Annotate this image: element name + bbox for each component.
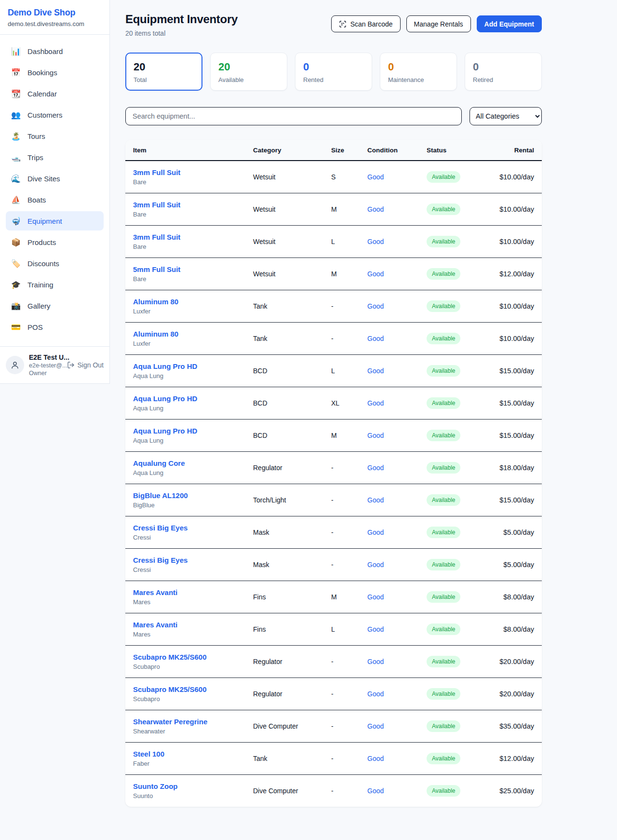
sidebar-item-dashboard[interactable]: 📊 Dashboard	[6, 41, 104, 61]
item-name-link[interactable]: Shearwater Peregrine	[133, 718, 253, 726]
item-name-link[interactable]: Suunto Zoop	[133, 782, 253, 790]
avatar	[6, 356, 24, 374]
size-cell: -	[331, 787, 367, 795]
size-cell: M	[331, 205, 367, 213]
item-cell: Scubapro MK25/S600 Scubapro	[133, 685, 253, 703]
category-cell: Dive Computer	[253, 722, 331, 730]
brand-name[interactable]: Demo Dive Shop	[8, 8, 102, 18]
item-name-link[interactable]: 3mm Full Suit	[133, 201, 253, 209]
search-input[interactable]	[125, 107, 462, 125]
item-brand: Bare	[133, 178, 253, 186]
item-name-link[interactable]: Mares Avanti	[133, 621, 253, 629]
category-cell: BCD	[253, 367, 331, 375]
sidebar-item-gallery[interactable]: 📸 Gallery	[6, 296, 104, 315]
sidebar-item-calendar[interactable]: 📆 Calendar	[6, 84, 104, 103]
sidebar-item-discounts[interactable]: 🏷️ Discounts	[6, 254, 104, 273]
brand-domain: demo.test.divestreams.com	[8, 20, 102, 27]
item-name-link[interactable]: Steel 100	[133, 750, 253, 758]
condition-link[interactable]: Good	[367, 755, 427, 762]
item-name-link[interactable]: 3mm Full Suit	[133, 168, 253, 176]
sidebar-item-label: Products	[27, 238, 56, 246]
brand-block: Demo Dive Shop demo.test.divestreams.com	[0, 0, 109, 34]
sidebar-item-pos[interactable]: 💳 POS	[6, 317, 104, 337]
condition-link[interactable]: Good	[367, 302, 427, 310]
add-equipment-button[interactable]: Add Equipment	[477, 15, 542, 32]
condition-link[interactable]: Good	[367, 496, 427, 504]
size-cell: -	[331, 528, 367, 536]
sidebar-item-trips[interactable]: 🛥️ Trips	[6, 148, 104, 167]
sidebar-item-bookings[interactable]: 📅 Bookings	[6, 63, 104, 82]
condition-link[interactable]: Good	[367, 335, 427, 342]
item-name-link[interactable]: Aqualung Core	[133, 459, 253, 467]
item-name-link[interactable]: 5mm Full Suit	[133, 265, 253, 273]
condition-link[interactable]: Good	[367, 593, 427, 601]
sign-out-button[interactable]: Sign Out	[67, 361, 104, 369]
condition-link[interactable]: Good	[367, 173, 427, 181]
sidebar-item-label: Tours	[27, 132, 45, 140]
wave-icon: 🌊	[11, 174, 21, 183]
condition-link[interactable]: Good	[367, 238, 427, 245]
category-filter-select[interactable]: All Categories	[469, 107, 542, 125]
item-name-link[interactable]: Cressi Big Eyes	[133, 524, 253, 532]
stat-card-total[interactable]: 20 Total	[125, 53, 202, 91]
tear-off-calendar-icon: 📆	[11, 89, 21, 98]
stat-card-retired[interactable]: 0 Retired	[465, 53, 542, 91]
category-cell: Tank	[253, 755, 331, 762]
item-name-link[interactable]: Aqua Lung Pro HD	[133, 362, 253, 370]
condition-link[interactable]: Good	[367, 367, 427, 375]
item-name-link[interactable]: Scubapro MK25/S600	[133, 685, 253, 693]
sidebar-item-products[interactable]: 📦 Products	[6, 232, 104, 252]
sidebar-item-label: Dashboard	[27, 47, 63, 55]
item-brand: Aqua Lung	[133, 437, 253, 444]
sidebar-item-customers[interactable]: 👥 Customers	[6, 105, 104, 124]
sidebar-item-equipment[interactable]: 🤿 Equipment	[6, 211, 104, 230]
item-name-link[interactable]: Aluminum 80	[133, 330, 253, 338]
item-cell: Aqua Lung Pro HD Aqua Lung	[133, 362, 253, 379]
status-cell: Available	[427, 656, 494, 667]
item-name-link[interactable]: Aqua Lung Pro HD	[133, 427, 253, 435]
item-name-link[interactable]: Cressi Big Eyes	[133, 556, 253, 564]
manage-rentals-button[interactable]: Manage Rentals	[406, 15, 471, 32]
item-name-link[interactable]: Mares Avanti	[133, 588, 253, 596]
condition-link[interactable]: Good	[367, 399, 427, 407]
item-name-link[interactable]: Scubapro MK25/S600	[133, 653, 253, 661]
sidebar-item-training[interactable]: 🎓 Training	[6, 275, 104, 294]
status-badge: Available	[427, 171, 460, 183]
item-cell: Scubapro MK25/S600 Scubapro	[133, 653, 253, 670]
diving-mask-icon: 🤿	[11, 217, 21, 226]
stat-label-rented: Rented	[303, 76, 364, 83]
item-name-link[interactable]: Aluminum 80	[133, 298, 253, 306]
graduation-cap-icon: 🎓	[11, 280, 21, 289]
item-brand: Mares	[133, 598, 253, 606]
condition-link[interactable]: Good	[367, 464, 427, 472]
stat-card-available[interactable]: 20 Available	[210, 53, 287, 91]
condition-link[interactable]: Good	[367, 205, 427, 213]
status-cell: Available	[427, 397, 494, 409]
column-header-item: Item	[133, 147, 253, 154]
condition-link[interactable]: Good	[367, 787, 427, 795]
condition-link[interactable]: Good	[367, 690, 427, 698]
rental-cell: $15.00/day	[494, 432, 534, 439]
condition-link[interactable]: Good	[367, 625, 427, 633]
condition-link[interactable]: Good	[367, 432, 427, 439]
item-name-link[interactable]: BigBlue AL1200	[133, 491, 253, 500]
sidebar-item-label: Boats	[27, 196, 46, 204]
size-cell: S	[331, 173, 367, 181]
condition-link[interactable]: Good	[367, 722, 427, 730]
sidebar-item-tours[interactable]: 🏝️ Tours	[6, 126, 104, 146]
condition-link[interactable]: Good	[367, 658, 427, 665]
scan-barcode-button[interactable]: Scan Barcode	[331, 15, 401, 32]
condition-link[interactable]: Good	[367, 528, 427, 536]
status-badge: Available	[427, 720, 460, 732]
sidebar: Demo Dive Shop demo.test.divestreams.com…	[0, 0, 110, 384]
table-row: Aqua Lung Pro HD Aqua Lung BCD M Good Av…	[125, 420, 542, 452]
stat-card-rented[interactable]: 0 Rented	[295, 53, 372, 91]
condition-link[interactable]: Good	[367, 270, 427, 278]
sidebar-item-boats[interactable]: ⛵ Boats	[6, 190, 104, 209]
item-name-link[interactable]: 3mm Full Suit	[133, 233, 253, 241]
condition-link[interactable]: Good	[367, 561, 427, 569]
item-name-link[interactable]: Aqua Lung Pro HD	[133, 394, 253, 403]
status-badge: Available	[427, 785, 460, 797]
sidebar-item-dive-sites[interactable]: 🌊 Dive Sites	[6, 169, 104, 188]
stat-card-maintenance[interactable]: 0 Maintenance	[380, 53, 457, 91]
